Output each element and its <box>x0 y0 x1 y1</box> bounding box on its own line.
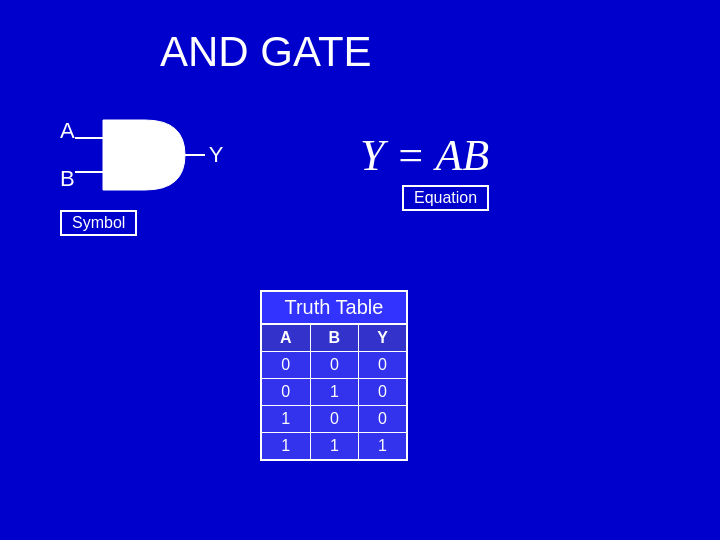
truth-table-body: 000010100111 <box>261 352 407 461</box>
input-labels: A B <box>60 118 75 192</box>
table-cell: 0 <box>359 406 407 433</box>
table-cell: 0 <box>359 352 407 379</box>
table-cell: 1 <box>310 379 359 406</box>
symbol-label: Symbol <box>60 210 137 236</box>
header-y: Y <box>359 324 407 352</box>
output-label: Y <box>209 142 224 168</box>
input-a-label: A <box>60 118 75 144</box>
table-header-row: A B Y <box>261 324 407 352</box>
and-gate-symbol <box>75 110 205 200</box>
equation-label: Equation <box>402 185 489 211</box>
header-b: B <box>310 324 359 352</box>
page-title: AND GATE <box>160 28 372 76</box>
table-cell: 0 <box>359 379 407 406</box>
equation-formula: Y = AB <box>360 130 489 181</box>
table-cell: 1 <box>261 433 310 461</box>
table-cell: 1 <box>261 406 310 433</box>
truth-table-section: Truth Table A B Y 000010100111 <box>260 290 408 461</box>
table-cell: 1 <box>310 433 359 461</box>
table-cell: 1 <box>359 433 407 461</box>
header-a: A <box>261 324 310 352</box>
table-row: 111 <box>261 433 407 461</box>
input-b-label: B <box>60 166 75 192</box>
table-cell: 0 <box>261 352 310 379</box>
table-cell: 0 <box>261 379 310 406</box>
truth-table-title: Truth Table <box>260 290 408 323</box>
equation-section: Y = AB Equation <box>360 130 489 211</box>
gate-diagram: A B Y <box>60 110 223 200</box>
table-cell: 0 <box>310 406 359 433</box>
gate-section: A B Y Symbol <box>60 110 223 236</box>
table-row: 000 <box>261 352 407 379</box>
truth-table: A B Y 000010100111 <box>260 323 408 461</box>
table-row: 100 <box>261 406 407 433</box>
table-cell: 0 <box>310 352 359 379</box>
table-row: 010 <box>261 379 407 406</box>
